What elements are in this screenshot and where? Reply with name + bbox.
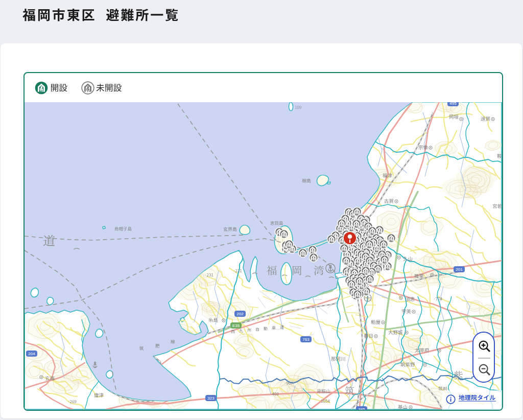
svg-text:323: 323	[207, 396, 215, 401]
svg-text:E35: E35	[232, 323, 240, 328]
svg-text:204: 204	[28, 352, 35, 356]
svg-text:201: 201	[456, 267, 463, 272]
svg-text:495: 495	[449, 102, 457, 106]
svg-text:202: 202	[236, 312, 244, 316]
svg-text:763: 763	[302, 337, 310, 342]
svg-text:385: 385	[358, 407, 365, 410]
